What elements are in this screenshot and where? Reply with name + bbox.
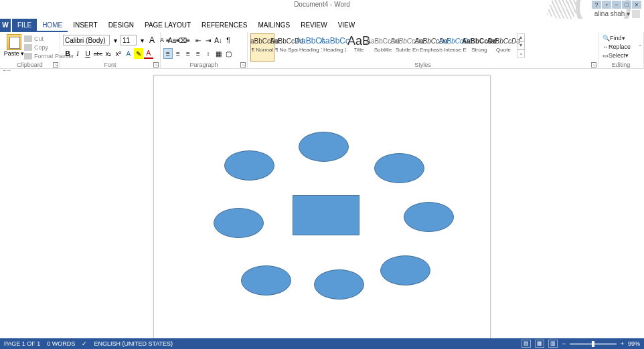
ellipse-shape-2[interactable] xyxy=(224,150,274,181)
bullets-button[interactable]: ≡ xyxy=(163,35,173,45)
font-dialog-launcher[interactable]: ↘ xyxy=(153,62,159,68)
style-preview: AaBbCc xyxy=(320,35,349,47)
copy-icon xyxy=(24,44,32,51)
align-right-button[interactable]: ≡ xyxy=(183,48,193,59)
styles-dialog-launcher[interactable]: ↘ xyxy=(591,62,596,68)
borders-button[interactable]: ▢ xyxy=(224,48,233,59)
tab-view[interactable]: VIEW xyxy=(333,19,361,32)
sort-button[interactable]: A↓ xyxy=(214,35,223,45)
styles-scroll-down[interactable]: ▾ xyxy=(517,41,525,49)
group-paragraph: ≡ ≡ ≡ ⇤ ⇥ A↓ ¶ ≡ ≡ ≡ ≡ ↕ ▦ ▢ Paragraph ↘ xyxy=(161,32,248,69)
style-heading1[interactable]: AaBbCcHeading 1 xyxy=(299,33,323,62)
minimize-button[interactable]: − xyxy=(612,1,621,9)
font-color-button[interactable]: A xyxy=(144,48,153,59)
ellipse-shape-1[interactable] xyxy=(299,132,349,162)
highlight-button[interactable]: ✎ xyxy=(134,48,143,59)
tab-home[interactable]: HOME xyxy=(37,19,68,32)
tab-mailings[interactable]: MAILINGS xyxy=(252,19,295,32)
subscript-button[interactable]: x₂ xyxy=(104,48,113,59)
styles-scroll-up[interactable]: ▴ xyxy=(517,33,525,41)
ribbon-tabs: W FILE HOME INSERT DESIGN PAGE LAYOUT RE… xyxy=(0,19,644,32)
avatar[interactable] xyxy=(632,10,640,18)
find-button[interactable]: 🔍 Find ▾ xyxy=(601,33,641,42)
show-marks-button[interactable]: ¶ xyxy=(224,35,233,45)
ellipse-shape-3[interactable] xyxy=(374,153,424,183)
cut-icon xyxy=(24,35,32,42)
underline-button[interactable]: U xyxy=(83,48,92,59)
style-quote[interactable]: AaBbCcDdQuote xyxy=(491,33,515,62)
justify-button[interactable]: ≡ xyxy=(193,48,203,59)
view-read-mode[interactable]: ▤ xyxy=(521,340,531,348)
document-page[interactable] xyxy=(153,75,491,338)
tab-pagelayout[interactable]: PAGE LAYOUT xyxy=(139,19,196,32)
collapse-ribbon-button[interactable]: ˆ xyxy=(639,45,641,52)
zoom-out-button[interactable]: − xyxy=(562,340,565,347)
paste-label: Paste xyxy=(4,50,19,57)
view-print-layout[interactable]: ▦ xyxy=(535,340,544,348)
tab-references[interactable]: REFERENCES xyxy=(196,19,252,32)
decrease-indent-button[interactable]: ⇤ xyxy=(193,35,203,45)
style-name: Subtle Em... xyxy=(396,47,418,53)
group-styles: AaBbCcDd¶ NormalAaBbCcDd¶ No Spac...AaBb… xyxy=(248,32,598,69)
ellipse-shape-5[interactable] xyxy=(404,202,454,232)
group-label-editing: Editing xyxy=(598,62,643,68)
shading-button[interactable]: ▦ xyxy=(214,48,223,59)
font-name-dropdown[interactable]: ▾ xyxy=(110,35,120,45)
close-button[interactable]: × xyxy=(632,1,641,9)
align-center-button[interactable]: ≡ xyxy=(173,48,183,59)
tab-file[interactable]: FILE xyxy=(12,19,37,32)
text-effects-button[interactable]: A xyxy=(124,48,133,59)
numbering-button[interactable]: ≡ xyxy=(173,35,183,45)
zoom-slider-thumb[interactable] xyxy=(592,341,594,347)
status-page[interactable]: PAGE 1 OF 1 xyxy=(4,340,40,347)
bold-button[interactable]: B xyxy=(63,48,72,59)
paragraph-dialog-launcher[interactable]: ↘ xyxy=(240,62,246,68)
line-spacing-button[interactable]: ↕ xyxy=(204,48,213,59)
titlebar: Document4 - Word ? ▫ − □ × xyxy=(0,0,644,9)
font-name-input[interactable] xyxy=(63,35,110,45)
user-name[interactable]: alina shah xyxy=(594,10,625,17)
align-left-button[interactable]: ≡ xyxy=(163,48,173,59)
group-clipboard: Paste ▾ Cut Copy Format Painter Clipboar… xyxy=(0,32,60,69)
status-proof[interactable]: ✓ xyxy=(82,340,87,347)
tab-design[interactable]: DESIGN xyxy=(103,19,139,32)
maximize-button[interactable]: □ xyxy=(622,1,631,9)
ribbon-display-options[interactable]: ▫ xyxy=(602,1,611,9)
zoom-level[interactable]: 99% xyxy=(628,340,640,347)
ellipse-shape-8[interactable] xyxy=(380,255,430,285)
zoom-slider[interactable] xyxy=(570,343,617,345)
style-name: ¶ Normal xyxy=(252,47,273,53)
ellipse-shape-7[interactable] xyxy=(314,269,364,300)
clipboard-dialog-launcher[interactable]: ↘ xyxy=(53,62,58,68)
rectangle-shape[interactable] xyxy=(293,195,359,235)
multilevel-list-button[interactable]: ≡ xyxy=(183,35,193,45)
select-button[interactable]: ▭ Select ▾ xyxy=(601,51,641,60)
format-painter-icon xyxy=(24,53,32,60)
paste-button[interactable]: Paste ▾ xyxy=(3,33,25,57)
style-heading2[interactable]: AaBbCcHeading 2 xyxy=(323,33,347,62)
help-button[interactable]: ? xyxy=(592,1,601,9)
status-language[interactable]: ENGLISH (UNITED STATES) xyxy=(94,340,173,347)
replace-button[interactable]: ↔ Replace xyxy=(601,42,641,51)
tab-insert[interactable]: INSERT xyxy=(68,19,103,32)
styles-more[interactable]: ⌄ xyxy=(517,49,525,57)
group-font: ▾ ▾ A A Aa ⌫ B I U abc x₂ x² A ✎ A Font … xyxy=(60,32,161,69)
view-web-layout[interactable]: ▥ xyxy=(548,340,558,348)
style-nospac[interactable]: AaBbCcDd¶ No Spac... xyxy=(274,33,299,62)
tab-review[interactable]: REVIEW xyxy=(295,19,332,32)
group-label-clipboard: Clipboard xyxy=(0,62,60,68)
font-size-input[interactable] xyxy=(120,35,137,45)
strikethrough-button[interactable]: abc xyxy=(93,48,103,59)
increase-indent-button[interactable]: ⇥ xyxy=(204,35,213,45)
document-area[interactable] xyxy=(0,71,644,338)
status-words[interactable]: 0 WORDS xyxy=(47,340,75,347)
font-size-dropdown[interactable]: ▾ xyxy=(137,35,147,45)
zoom-in-button[interactable]: + xyxy=(621,340,624,347)
style-name: Quote xyxy=(496,47,511,53)
group-label-paragraph: Paragraph xyxy=(161,62,247,68)
ellipse-shape-6[interactable] xyxy=(241,265,291,296)
ellipse-shape-4[interactable] xyxy=(214,208,264,238)
grow-font-button[interactable]: A xyxy=(147,35,157,45)
italic-button[interactable]: I xyxy=(73,48,82,59)
superscript-button[interactable]: x² xyxy=(114,48,123,59)
